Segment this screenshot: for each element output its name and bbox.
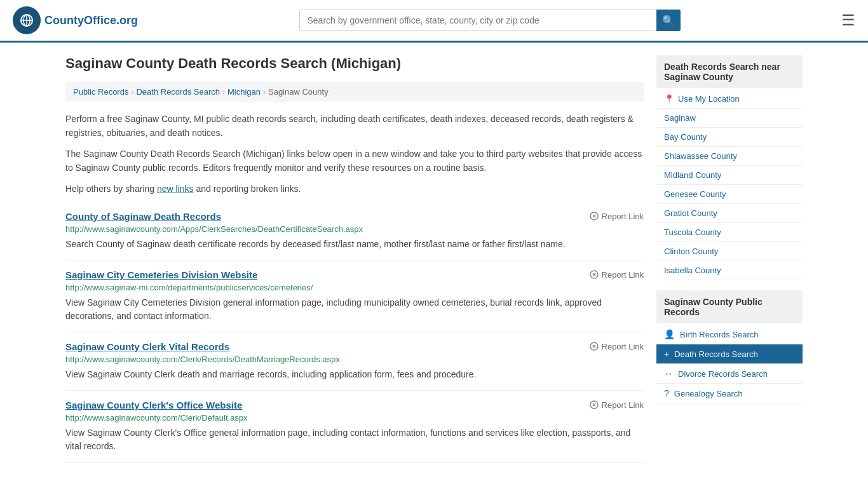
- sidebar-county-6[interactable]: Tuscola County: [656, 223, 803, 242]
- public-record-link-0[interactable]: Birth Records Search: [680, 330, 759, 339]
- result-url-1[interactable]: http://www.saginaw-mi.com/departments/pu…: [65, 283, 644, 292]
- result-url-0[interactable]: http://www.saginawcounty.com/Apps/ClerkS…: [65, 224, 644, 234]
- public-record-icon-0: 👤: [664, 329, 675, 339]
- result-desc-0: Search County of Saginaw death certifica…: [65, 238, 644, 251]
- breadcrumb: Public Records › Death Records Search › …: [65, 82, 644, 102]
- public-records-list: 👤 Birth Records Search + Death Records S…: [656, 325, 803, 403]
- logo-icon: [13, 6, 41, 34]
- sidebar-county-3[interactable]: Midland County: [656, 166, 803, 185]
- result-desc-1: View Saginaw City Cemeteries Division ge…: [65, 296, 644, 323]
- sidebar-public-records-section: Saginaw County Public Records 👤 Birth Re…: [656, 290, 803, 403]
- result-desc-3: View Saginaw County Clerk's Office gener…: [65, 426, 644, 453]
- public-record-icon-2: ↔: [664, 369, 673, 379]
- location-pin-icon: 📍: [664, 94, 674, 104]
- description-para3: Help others by sharing new links and rep…: [65, 182, 644, 196]
- logo[interactable]: CountyOffice.org: [13, 6, 138, 34]
- main-content: Saginaw County Death Records Search (Mic…: [65, 55, 644, 463]
- public-record-icon-3: ?: [664, 388, 669, 398]
- public-record-link-1[interactable]: Death Records Search: [674, 349, 758, 359]
- result-url-3[interactable]: http://www.saginawcounty.com/Clerk/Defau…: [65, 413, 644, 423]
- result-title-1[interactable]: Saginaw City Cemeteries Division Website: [65, 269, 257, 280]
- result-item: Saginaw County Clerk's Office Website Re…: [65, 391, 644, 463]
- use-my-location-link[interactable]: Use My Location: [678, 94, 740, 104]
- breadcrumb-public-records[interactable]: Public Records: [73, 87, 128, 97]
- menu-icon[interactable]: ☰: [841, 11, 855, 29]
- county-link-7[interactable]: Clinton County: [664, 247, 718, 256]
- breadcrumb-michigan[interactable]: Michigan: [227, 87, 261, 97]
- county-link-6[interactable]: Tuscola County: [664, 227, 721, 237]
- public-record-icon-1: +: [664, 349, 669, 359]
- breadcrumb-death-records[interactable]: Death Records Search: [136, 87, 220, 97]
- report-link-0[interactable]: Report Link: [589, 211, 644, 221]
- description-para2: The Saginaw County Death Records Search …: [65, 147, 644, 175]
- result-desc-2: View Saginaw County Clerk death and marr…: [65, 368, 644, 381]
- page-title: Saginaw County Death Records Search (Mic…: [65, 55, 644, 72]
- sidebar-county-2[interactable]: Shiawassee County: [656, 147, 803, 166]
- sidebar-county-5[interactable]: Gratiot County: [656, 204, 803, 223]
- sidebar-county-4[interactable]: Genesee County: [656, 185, 803, 204]
- description-para1: Perform a free Saginaw County, MI public…: [65, 112, 644, 140]
- result-url-2[interactable]: http://www.saginawcounty.com/Clerk/Recor…: [65, 355, 644, 364]
- county-link-0[interactable]: Saginaw: [664, 113, 696, 123]
- county-link-3[interactable]: Midland County: [664, 170, 721, 180]
- sidebar-use-my-location[interactable]: 📍 Use My Location: [656, 90, 803, 109]
- report-link-1[interactable]: Report Link: [589, 269, 644, 280]
- sidebar-public-item-1[interactable]: + Death Records Search: [656, 344, 803, 364]
- sidebar-county-1[interactable]: Bay County: [656, 128, 803, 147]
- search-bar: 🔍: [299, 10, 681, 31]
- results-list: County of Saginaw Death Records Report L…: [65, 202, 644, 463]
- report-link-2[interactable]: Report Link: [589, 341, 644, 351]
- logo-text: CountyOffice.org: [44, 14, 138, 27]
- county-link-5[interactable]: Gratiot County: [664, 208, 717, 218]
- sidebar-county-8[interactable]: Isabella County: [656, 261, 803, 280]
- sidebar: Death Records Search near Saginaw County…: [656, 55, 803, 463]
- public-record-link-2[interactable]: Divorce Records Search: [678, 369, 768, 379]
- sidebar-public-item-0[interactable]: 👤 Birth Records Search: [656, 325, 803, 344]
- sidebar-nearby-section: Death Records Search near Saginaw County…: [656, 55, 803, 280]
- county-link-4[interactable]: Genesee County: [664, 189, 726, 199]
- sidebar-public-item-3[interactable]: ? Genealogy Search: [656, 384, 803, 403]
- county-link-2[interactable]: Shiawassee County: [664, 151, 737, 161]
- result-item: County of Saginaw Death Records Report L…: [65, 202, 644, 261]
- county-link-8[interactable]: Isabella County: [664, 266, 721, 275]
- public-record-link-3[interactable]: Genealogy Search: [674, 389, 743, 398]
- search-input[interactable]: [299, 10, 681, 31]
- sidebar-county-0[interactable]: Saginaw: [656, 109, 803, 128]
- result-item: Saginaw City Cemeteries Division Website…: [65, 261, 644, 332]
- new-links-link[interactable]: new links: [157, 184, 194, 194]
- result-item: Saginaw County Clerk Vital Records Repor…: [65, 332, 644, 391]
- report-link-3[interactable]: Report Link: [589, 400, 644, 410]
- search-button[interactable]: 🔍: [656, 10, 681, 31]
- result-title-0[interactable]: County of Saginaw Death Records: [65, 211, 221, 222]
- result-title-2[interactable]: Saginaw County Clerk Vital Records: [65, 341, 229, 352]
- sidebar-nearby-header: Death Records Search near Saginaw County: [656, 55, 803, 88]
- result-title-3[interactable]: Saginaw County Clerk's Office Website: [65, 400, 242, 410]
- sidebar-county-7[interactable]: Clinton County: [656, 242, 803, 261]
- county-link-1[interactable]: Bay County: [664, 132, 707, 142]
- nearby-counties-list: SaginawBay CountyShiawassee CountyMidlan…: [656, 109, 803, 280]
- sidebar-public-records-header: Saginaw County Public Records: [656, 290, 803, 323]
- sidebar-public-item-2[interactable]: ↔ Divorce Records Search: [656, 364, 803, 384]
- breadcrumb-current: Saginaw County: [268, 87, 329, 97]
